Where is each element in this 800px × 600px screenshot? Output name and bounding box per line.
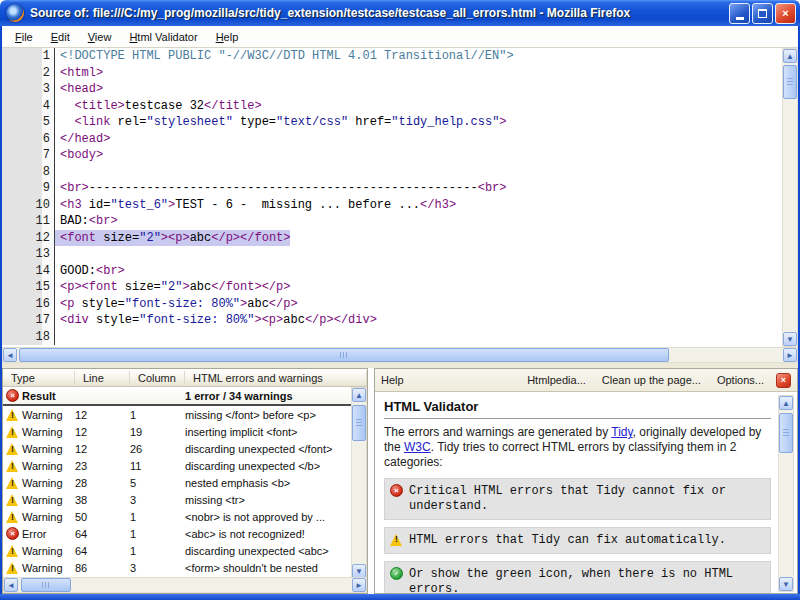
close-help-panel-button[interactable]: × — [776, 373, 791, 388]
thumb-grip — [340, 352, 348, 358]
warning-icon — [6, 408, 19, 421]
heading-rule — [384, 418, 771, 419]
source-hscroll-thumb[interactable] — [19, 348, 669, 362]
scroll-up-icon[interactable]: ▲ — [779, 396, 793, 410]
help-vscroll-thumb[interactable] — [779, 413, 793, 453]
message-cell: discarding unexpected </b> — [185, 460, 367, 472]
minimize-button[interactable] — [729, 3, 750, 24]
line-number: 11 — [2, 213, 55, 230]
line-number: 4 — [2, 98, 55, 115]
line-cell: 64 — [75, 545, 130, 557]
source-vertical-scrollbar[interactable]: ▲ ▼ — [782, 48, 798, 347]
column-header-type[interactable]: Type — [3, 371, 75, 385]
results-column-headers[interactable]: Type Line Column HTML errors and warning… — [3, 369, 367, 387]
close-button[interactable]: × — [775, 3, 796, 24]
menu-html-validator[interactable]: Html Validator — [120, 28, 206, 46]
type-label: Warning — [22, 409, 63, 421]
scroll-up-icon[interactable]: ▲ — [352, 388, 366, 402]
source-vscroll-thumb[interactable] — [783, 65, 797, 99]
scroll-right-icon[interactable]: ► — [352, 578, 366, 592]
clean-up-page-button[interactable]: Clean up the page... — [594, 374, 709, 386]
validator-help-panel: Help Htmlpedia... Clean up the page... O… — [374, 368, 798, 594]
menu-help[interactable]: Help — [207, 28, 248, 46]
source-line: 8 — [2, 164, 782, 181]
menu-edit[interactable]: Edit — [42, 28, 79, 46]
source-line: 6</head> — [2, 131, 782, 148]
scroll-left-icon[interactable]: ◄ — [4, 578, 18, 592]
results-hscroll-thumb[interactable] — [21, 578, 71, 592]
category-text: Or show the green icon, when there is no… — [409, 567, 733, 594]
table-row[interactable]: Warning383missing <tr> — [3, 491, 367, 508]
source-line: 1<!DOCTYPE HTML PUBLIC "-//W3C//DTD HTML… — [2, 48, 782, 65]
table-row[interactable]: Warning1219inserting implicit <font> — [3, 423, 367, 440]
scroll-right-icon[interactable]: ► — [783, 348, 797, 362]
scroll-up-icon[interactable]: ▲ — [783, 49, 797, 63]
message-cell: nested emphasis <b> — [185, 477, 367, 489]
close-icon: × — [781, 375, 786, 385]
error-icon: × — [390, 484, 403, 497]
title-bar: Source of: file:///C:/my_prog/mozilla/sr… — [0, 0, 800, 26]
validator-results-panel: Type Line Column HTML errors and warning… — [2, 368, 368, 594]
warning-icon — [6, 476, 19, 489]
warning-icon — [6, 510, 19, 523]
menu-file[interactable]: File — [6, 28, 42, 46]
message-cell: inserting implicit <font> — [185, 426, 367, 438]
source-view[interactable]: 1<!DOCTYPE HTML PUBLIC "-//W3C//DTD HTML… — [2, 48, 782, 347]
table-row[interactable]: Warning501<nobr> is not approved by ... — [3, 508, 367, 525]
source-line: 14GOOD:<br> — [2, 263, 782, 280]
options-button[interactable]: Options... — [709, 374, 772, 386]
source-line: 15<p><font size="2">abc</font></p> — [2, 279, 782, 296]
w3c-link[interactable]: W3C — [404, 440, 431, 454]
column-header-message[interactable]: HTML errors and warnings — [185, 371, 367, 385]
table-row[interactable]: Warning863<form> shouldn't be nested — [3, 559, 367, 576]
result-row[interactable]: ×Result1 error / 34 warnings — [3, 387, 367, 406]
column-cell: 1 — [130, 511, 185, 523]
help-vertical-scrollbar[interactable]: ▲ ▼ — [778, 395, 794, 592]
results-vertical-scrollbar[interactable]: ▲ ▼ — [351, 387, 367, 579]
table-row[interactable]: Warning641discarding unexpected <abc> — [3, 542, 367, 559]
selected-source-line[interactable]: <font size="2"><p>abc</p></font> — [55, 230, 290, 247]
source-line: 2<html> — [2, 65, 782, 82]
type-cell: Warning — [3, 408, 75, 421]
thumb-grip — [783, 429, 789, 437]
table-row[interactable]: Warning285nested emphasis <b> — [3, 474, 367, 491]
table-row[interactable]: Warning1226discarding unexpected </font> — [3, 440, 367, 457]
column-header-column[interactable]: Column — [130, 371, 185, 385]
scroll-down-icon[interactable]: ▼ — [352, 564, 366, 578]
source-code: <title>testcase 32</title> — [55, 98, 262, 115]
results-vscroll-thumb[interactable] — [352, 405, 366, 441]
type-cell: Warning — [3, 493, 75, 506]
error-icon: × — [6, 389, 19, 402]
scroll-down-icon[interactable]: ▼ — [783, 332, 797, 346]
message-cell: <abc> is not recognized! — [185, 528, 367, 540]
thumb-grip — [356, 419, 362, 427]
results-rows: ×Result1 error / 34 warningsWarning121mi… — [3, 387, 367, 579]
table-row[interactable]: Warning121missing </font> before <p> — [3, 406, 367, 423]
line-cell: 12 — [75, 426, 130, 438]
restore-button[interactable] — [752, 3, 773, 24]
tidy-link[interactable]: Tidy — [611, 425, 632, 439]
source-code: <!DOCTYPE HTML PUBLIC "-//W3C//DTD HTML … — [55, 48, 514, 65]
results-horizontal-scrollbar[interactable]: ◄ ► — [3, 577, 367, 593]
error-icon: × — [6, 527, 19, 540]
table-row[interactable]: Warning2311discarding unexpected </b> — [3, 457, 367, 474]
menu-view[interactable]: View — [79, 28, 121, 46]
help-content: HTML Validator The errors and warnings a… — [375, 392, 797, 593]
htmlpedia-button[interactable]: Htmlpedia... — [519, 374, 594, 386]
table-row[interactable]: ×Error641<abc> is not recognized! — [3, 525, 367, 542]
window-border-left — [0, 26, 2, 600]
scroll-left-icon[interactable]: ◄ — [3, 348, 17, 362]
source-line: 18 — [2, 329, 782, 346]
source-horizontal-scrollbar[interactable]: ◄ ► — [2, 347, 798, 363]
type-label: Warning — [22, 477, 63, 489]
line-number: 12 — [2, 230, 55, 247]
category-text: HTML errors that Tidy can fix automatica… — [409, 533, 726, 547]
warning-icon — [6, 459, 19, 472]
scroll-down-icon[interactable]: ▼ — [779, 577, 793, 591]
type-cell: Warning — [3, 425, 75, 438]
type-cell: Warning — [3, 442, 75, 455]
source-line: 7<body> — [2, 147, 782, 164]
column-header-line[interactable]: Line — [75, 371, 130, 385]
source-code: <link rel="stylesheet" type="text/css" h… — [55, 114, 507, 131]
line-number: 17 — [2, 312, 55, 329]
